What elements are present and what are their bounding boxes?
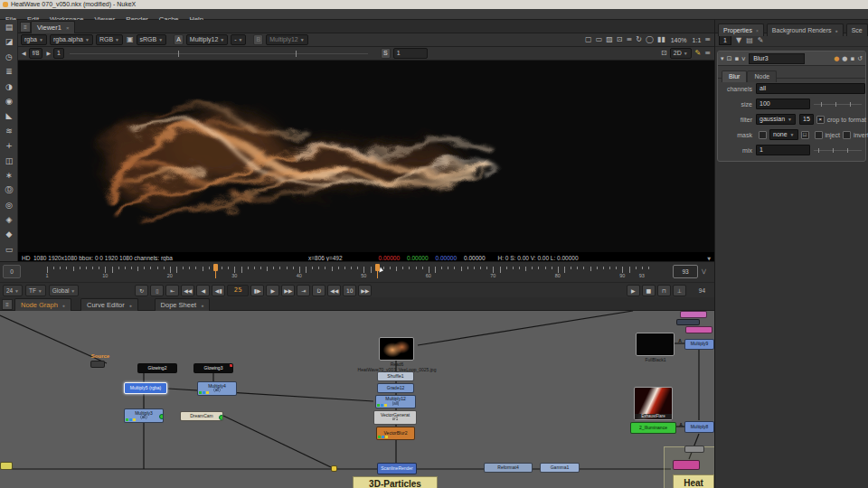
node-shuffle1[interactable]: Shuffle1: [377, 371, 414, 381]
gain-value-field[interactable]: 1: [53, 48, 64, 59]
postage-stamp-icon[interactable]: v: [741, 55, 745, 62]
bounce-button[interactable]: ▯: [150, 285, 164, 296]
3d-icon[interactable]: ◫: [0, 154, 18, 168]
merge-icon[interactable]: ≋: [0, 124, 18, 138]
node-name-field[interactable]: Blur3: [749, 53, 805, 64]
node-dreamcam[interactable]: DreamCam: [180, 411, 223, 421]
current-frame-field[interactable]: 25: [227, 285, 249, 296]
frame-increment-field[interactable]: 10: [343, 285, 356, 296]
particles-icon[interactable]: ∗: [0, 168, 18, 183]
channels-select[interactable]: all: [756, 83, 865, 94]
collapse-panel-icon[interactable]: ▾: [721, 55, 724, 62]
range-mode-select[interactable]: Global ▼: [49, 285, 80, 296]
tab-properties[interactable]: Properties×: [718, 23, 764, 36]
hide-input-icon[interactable]: ▪: [734, 55, 739, 62]
close-icon[interactable]: ●: [129, 303, 132, 308]
gain-slider[interactable]: [70, 53, 368, 54]
backdrop-title[interactable]: Heat: [673, 474, 714, 488]
node-gray-a[interactable]: [684, 446, 704, 453]
filter-quality-field[interactable]: 15: [799, 114, 814, 125]
node-vectorgenerator1[interactable]: VectorGenerator1: [373, 410, 417, 425]
input-b-select[interactable]: Multiply12 ▼: [266, 34, 307, 45]
zoom-level[interactable]: 140%: [671, 37, 687, 43]
toolsets-icon[interactable]: ◆: [0, 227, 18, 241]
display-channel-select[interactable]: RGB ▼: [96, 34, 123, 45]
play-backward-button[interactable]: ◀: [196, 285, 210, 296]
node-vectorblur2[interactable]: VectorBlur2: [376, 427, 415, 440]
node-multiply5[interactable]: Multiply5 (rgba): [124, 382, 167, 394]
gamma-toggle-icon[interactable]: ▭: [596, 33, 603, 46]
timeline-start-box[interactable]: 0: [3, 265, 21, 278]
color-icon[interactable]: ◑: [0, 80, 18, 94]
stop-icon[interactable]: ■: [642, 285, 656, 296]
step-back-button[interactable]: ◀▮: [212, 285, 225, 296]
node-illuminance[interactable]: 2_Illuminance: [630, 422, 676, 434]
tab-dope-sheet[interactable]: Dope Sheet●: [155, 298, 211, 311]
alpha-select[interactable]: rgba.alpha ▼: [50, 34, 93, 45]
pane-menu-icon[interactable]: ≡: [20, 22, 31, 33]
node-multiply8[interactable]: Multiply8: [684, 421, 714, 433]
views-icon[interactable]: ◎: [0, 198, 18, 212]
skip-forward-button[interactable]: ▶▶: [358, 285, 372, 296]
filter-icon[interactable]: ◉: [0, 94, 18, 108]
node-glowing2[interactable]: Glowing2: [137, 363, 177, 373]
lock-range-icon[interactable]: ⊓: [657, 285, 671, 296]
mix-slider[interactable]: [814, 150, 862, 151]
close-icon[interactable]: ●: [62, 303, 65, 308]
gain-prev-icon[interactable]: ◀: [22, 47, 26, 60]
crop-checkbox[interactable]: ×: [816, 116, 825, 124]
eyedropper-icon[interactable]: ✎: [695, 47, 702, 60]
checker-icon[interactable]: ▨: [606, 33, 613, 46]
view-mode-select[interactable]: 2D ▼: [670, 48, 692, 59]
timeline-ruler[interactable]: 0 93 ⋁ 110203040506070809093: [0, 262, 714, 283]
backdrop-title[interactable]: 3D-Particles: [353, 476, 438, 488]
draw-icon[interactable]: ◪: [0, 34, 18, 49]
skip-back-button[interactable]: ◀◀: [327, 285, 341, 296]
tab-background-renders[interactable]: Background Renders●: [767, 23, 844, 36]
options-icon[interactable]: ≡: [626, 33, 632, 46]
pane-menu-icon[interactable]: ≡: [2, 299, 13, 310]
monitor-out-icon[interactable]: ⊡: [617, 33, 623, 46]
transform-icon[interactable]: +: [0, 138, 18, 153]
close-icon[interactable]: ●: [835, 28, 838, 33]
viewer-menu-icon[interactable]: ≡: [704, 47, 711, 60]
node-color-swatch[interactable]: ●: [834, 55, 839, 62]
viewer-image[interactable]: [18, 61, 714, 252]
gain-next-icon[interactable]: ▶: [46, 47, 51, 60]
close-icon[interactable]: ●: [201, 303, 203, 308]
node-multiply4[interactable]: Multiply4(all): [197, 381, 237, 396]
stereo-field[interactable]: 1: [393, 48, 428, 59]
inject-checkbox[interactable]: [815, 131, 823, 139]
viewer-menu-icon[interactable]: ≡: [704, 33, 711, 46]
blur-panel-tab-node[interactable]: Node: [747, 70, 777, 82]
node-graph-canvas[interactable]: 3D-ParticlesHeatGlowing2Glowing3Multiply…: [0, 311, 714, 488]
node-grade12[interactable]: Grade12: [377, 383, 414, 393]
play-forward-button[interactable]: ▶: [266, 285, 279, 296]
center-node-icon[interactable]: ▪: [850, 55, 854, 62]
input-a-select[interactable]: Multiply12 ▼: [186, 34, 228, 45]
prev-keyframe-button[interactable]: ◀◀: [181, 285, 194, 296]
refresh-icon[interactable]: ↻: [636, 33, 642, 46]
mask-select[interactable]: none▼: [769, 129, 798, 140]
flipbook-button[interactable]: D: [312, 285, 326, 296]
node-read6-thumb[interactable]: [379, 337, 414, 361]
revert-icon[interactable]: ↺: [857, 55, 863, 62]
node-multiply9[interactable]: Multiply9: [684, 339, 714, 350]
invert-checkbox[interactable]: [843, 131, 851, 139]
goto-end-button[interactable]: ⇥: [297, 285, 310, 296]
tab-sce[interactable]: Sce: [846, 23, 868, 36]
deep-icon[interactable]: Ⓓ: [0, 183, 18, 197]
node-yellow-dot[interactable]: [331, 465, 337, 472]
close-icon[interactable]: ×: [66, 25, 70, 31]
lut-select[interactable]: sRGB ▼: [137, 34, 167, 45]
node-multiply3[interactable]: Multiply3(all): [124, 408, 164, 423]
viewer-tab[interactable]: Viewer1×: [31, 21, 75, 33]
node-mini-3[interactable]: [685, 326, 712, 333]
time-icon[interactable]: ◷: [0, 50, 18, 64]
node-reformat4[interactable]: Reformat4: [484, 463, 533, 473]
channel-icon[interactable]: ≣: [0, 64, 18, 79]
roi-toggle-icon[interactable]: ◯: [646, 33, 654, 46]
loop-button[interactable]: ↻: [135, 285, 148, 296]
image-icon[interactable]: ▤: [0, 20, 18, 34]
size-field[interactable]: 100: [756, 99, 810, 109]
